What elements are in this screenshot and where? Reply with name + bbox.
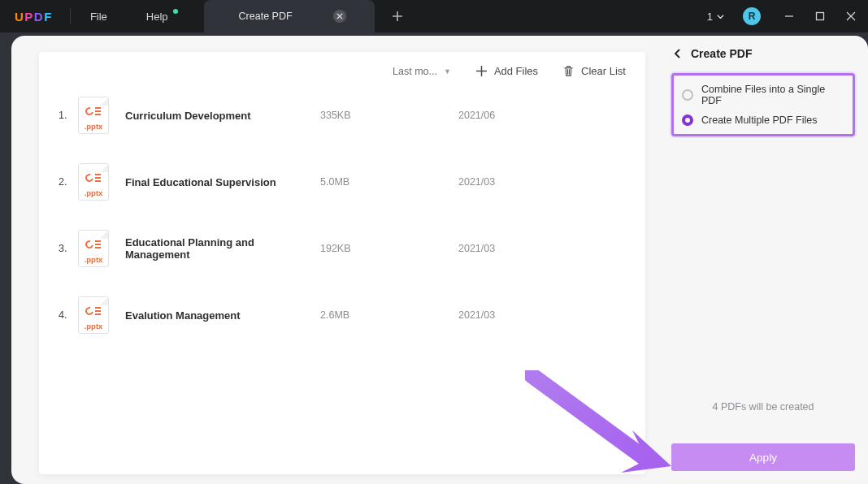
- apply-button[interactable]: Apply: [671, 443, 855, 471]
- side-panel: Create PDF Combine Files into a Single P…: [658, 36, 868, 484]
- file-ext: .pptx: [85, 188, 103, 197]
- status-text: 4 PDFs will be created: [712, 401, 814, 413]
- option-multiple-label: Create Multiple PDF Files: [701, 115, 817, 126]
- file-list-card: Last mo... ▼ Add Files Clear List 1.: [39, 52, 645, 474]
- file-ext: .pptx: [85, 122, 103, 131]
- file-size: 2.6MB: [320, 309, 458, 321]
- row-index: 3.: [59, 243, 78, 254]
- option-combine[interactable]: Combine Files into a Single PDF: [682, 84, 844, 106]
- file-ext: .pptx: [85, 255, 103, 264]
- close-icon: [336, 13, 343, 19]
- file-name: Curriculum Development: [125, 110, 320, 122]
- tab-close-button[interactable]: [333, 10, 346, 23]
- file-thumbnail: .pptx: [78, 97, 109, 134]
- file-thumbnail: .pptx: [78, 296, 109, 334]
- radio-unchecked-icon: [682, 89, 693, 101]
- titlebar-right: 1 R: [707, 7, 868, 25]
- file-row[interactable]: 2. .pptx Final Educational Supervision 5…: [55, 149, 629, 215]
- maximize-button[interactable]: [814, 11, 826, 22]
- tab-title: Create PDF: [239, 11, 293, 22]
- add-files-label: Add Files: [494, 65, 538, 77]
- svg-rect-0: [817, 13, 824, 20]
- trash-icon: [562, 65, 575, 77]
- side-panel-footer: 4 PDFs will be created Apply: [671, 401, 855, 471]
- menu-help[interactable]: Help: [145, 7, 180, 26]
- tab-create-pdf[interactable]: Create PDF: [204, 0, 375, 32]
- pptx-icon: [85, 305, 102, 317]
- file-size: 192KB: [320, 243, 458, 254]
- divider: [70, 9, 71, 24]
- file-date: 2021/03: [458, 176, 495, 188]
- file-date: 2021/06: [458, 110, 495, 121]
- file-row[interactable]: 4. .pptx Evalution Management 2.6MB 2021…: [55, 282, 629, 348]
- clear-list-label: Clear List: [581, 65, 626, 77]
- pptx-icon: [85, 106, 102, 117]
- options-highlight-box: Combine Files into a Single PDF Create M…: [671, 73, 855, 136]
- clear-list-button[interactable]: Clear List: [562, 65, 626, 77]
- menu-file[interactable]: File: [89, 7, 109, 26]
- dropdown-triangle-icon: ▼: [444, 67, 451, 76]
- notifications-button[interactable]: 1: [707, 11, 725, 23]
- minimize-icon: [784, 11, 794, 21]
- file-size: 335KB: [320, 110, 458, 121]
- file-thumbnail: .pptx: [78, 230, 109, 267]
- file-name: Final Educational Supervision: [125, 176, 320, 188]
- plus-icon: [392, 11, 403, 22]
- file-date: 2021/03: [458, 243, 495, 254]
- sort-label: Last mo...: [393, 66, 437, 77]
- radio-checked-icon: [682, 115, 693, 126]
- close-window-button[interactable]: [845, 11, 857, 22]
- file-ext: .pptx: [85, 322, 103, 331]
- chevron-down-icon: [716, 12, 725, 21]
- side-panel-back[interactable]: Create PDF: [671, 47, 855, 60]
- file-row[interactable]: 3. .pptx Educational Planning and Manage…: [55, 215, 629, 282]
- file-panel: Last mo... ▼ Add Files Clear List 1.: [11, 36, 658, 484]
- maximize-icon: [815, 11, 825, 21]
- row-index: 4.: [59, 309, 78, 321]
- avatar[interactable]: R: [743, 7, 761, 25]
- new-tab-button[interactable]: [389, 8, 406, 24]
- window-controls: [783, 11, 857, 22]
- close-icon: [846, 11, 856, 21]
- chevron-left-icon: [673, 49, 683, 58]
- menu-help-label: Help: [146, 11, 168, 23]
- sort-dropdown[interactable]: Last mo... ▼: [393, 66, 451, 77]
- workspace: Last mo... ▼ Add Files Clear List 1.: [0, 32, 868, 484]
- side-panel-title: Create PDF: [691, 47, 752, 60]
- plus-icon: [475, 65, 488, 77]
- file-name: Educational Planning and Management: [125, 236, 320, 261]
- minimize-button[interactable]: [783, 11, 795, 22]
- file-size: 5.0MB: [320, 176, 458, 188]
- file-row[interactable]: 1. .pptx Curriculum Development 335KB 20…: [55, 82, 629, 149]
- notif-count: 1: [707, 11, 713, 23]
- pptx-icon: [85, 172, 102, 184]
- add-files-button[interactable]: Add Files: [475, 65, 538, 77]
- file-thumbnail: .pptx: [78, 163, 109, 201]
- option-combine-label: Combine Files into a Single PDF: [701, 84, 844, 106]
- titlebar: U P D F File Help Create PDF 1 R: [0, 0, 868, 32]
- app-logo: U P D F: [15, 10, 52, 24]
- file-date: 2021/03: [458, 309, 495, 321]
- update-dot-icon: [173, 9, 178, 14]
- pptx-icon: [85, 239, 102, 250]
- row-index: 2.: [59, 176, 78, 188]
- row-index: 1.: [59, 110, 78, 121]
- file-name: Evalution Management: [125, 309, 320, 322]
- option-multiple[interactable]: Create Multiple PDF Files: [682, 115, 844, 126]
- list-toolbar: Last mo... ▼ Add Files Clear List: [55, 63, 629, 82]
- content-area: Last mo... ▼ Add Files Clear List 1.: [11, 36, 658, 484]
